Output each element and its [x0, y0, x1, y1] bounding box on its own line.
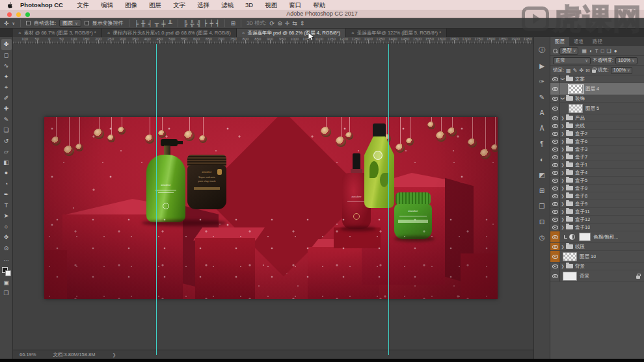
- visibility-cell[interactable]: [550, 161, 560, 168]
- path-select-tool[interactable]: ➤: [1, 211, 12, 222]
- layer-row[interactable]: ❯文案: [550, 75, 644, 83]
- layer-row[interactable]: ❯盒子5: [550, 177, 644, 185]
- healing-brush-tool[interactable]: ✚: [1, 103, 12, 114]
- eye-icon[interactable]: [552, 194, 558, 198]
- fill-value-dropdown[interactable]: 100%∨: [611, 67, 633, 74]
- eye-icon[interactable]: [552, 116, 558, 120]
- eye-icon[interactable]: [552, 187, 558, 190]
- type-tool[interactable]: T: [1, 200, 12, 211]
- layer-thumbnail[interactable]: [569, 84, 583, 94]
- 3d-rotate-icon[interactable]: ⟳: [270, 20, 275, 27]
- layer-row[interactable]: 图层 5: [550, 103, 644, 114]
- background-color-swatch[interactable]: [5, 270, 11, 276]
- expander-icon[interactable]: ❯: [560, 123, 565, 128]
- layer-row[interactable]: 图层 10: [550, 251, 644, 263]
- layer-row[interactable]: ❯盒子3: [550, 146, 644, 153]
- layer-row[interactable]: ❯盒子2: [550, 130, 644, 138]
- eye-icon[interactable]: [552, 202, 558, 206]
- visibility-cell[interactable]: [550, 231, 560, 242]
- panel-tab-1[interactable]: 图层: [550, 37, 569, 46]
- expander-icon[interactable]: ❯: [560, 209, 565, 214]
- expander-icon[interactable]: ❯: [560, 170, 565, 175]
- color-swatches[interactable]: [2, 267, 11, 276]
- lock-pixels-icon[interactable]: ✎: [573, 68, 578, 73]
- distribute-bottom-icon[interactable]: ╣: [197, 20, 201, 27]
- layer-row[interactable]: 图层 4: [550, 83, 644, 95]
- info-panel-icon[interactable]: ⓘ: [535, 42, 548, 58]
- expander-icon[interactable]: ❯: [560, 264, 565, 268]
- eye-icon[interactable]: [552, 124, 558, 128]
- brush-settings-panel-icon[interactable]: ✎: [535, 89, 548, 105]
- 3d-slide-icon[interactable]: ⇆: [292, 20, 297, 27]
- visibility-cell[interactable]: [550, 243, 560, 250]
- layer-row[interactable]: ❯盒子10: [550, 224, 644, 231]
- expander-icon[interactable]: ❯: [560, 131, 565, 136]
- eye-icon[interactable]: [552, 235, 558, 239]
- document-canvas[interactable]: innisfree innisfree Super volcanic pore …: [44, 117, 498, 299]
- eye-icon[interactable]: [552, 265, 558, 268]
- vertical-guide-2[interactable]: [388, 44, 389, 355]
- visibility-cell[interactable]: [550, 224, 560, 231]
- lock-transparent-icon[interactable]: ▦: [566, 68, 571, 73]
- visibility-cell[interactable]: [550, 103, 560, 114]
- menu-item-3[interactable]: 图像: [119, 0, 143, 10]
- move-tool[interactable]: ✜: [1, 39, 12, 50]
- lock-all-icon[interactable]: [592, 70, 596, 73]
- expander-icon[interactable]: ❯: [560, 155, 565, 159]
- blur-tool[interactable]: ●: [1, 168, 12, 179]
- expander-icon[interactable]: ❯: [561, 96, 565, 101]
- hand-tool[interactable]: ✥: [1, 232, 12, 243]
- expander-icon[interactable]: ❯: [560, 186, 565, 190]
- visibility-cell[interactable]: [550, 130, 560, 137]
- status-chevron-icon[interactable]: ❯: [112, 352, 116, 357]
- eye-icon[interactable]: [552, 163, 558, 167]
- zoom-tool[interactable]: ⊙: [1, 243, 12, 254]
- align-bottom-edges-icon[interactable]: ╨: [168, 20, 172, 27]
- visibility-cell[interactable]: [550, 95, 560, 102]
- panel-tab-2[interactable]: 通道: [569, 37, 588, 46]
- glyphs-panel-icon[interactable]: Ā: [535, 120, 548, 136]
- align-left-edges-icon[interactable]: ╞: [135, 20, 139, 27]
- brush-tool[interactable]: ✎: [1, 114, 12, 125]
- 3d-scale-icon[interactable]: ⇕: [300, 20, 305, 27]
- expander-icon[interactable]: ❯: [560, 147, 565, 151]
- adjustments-panel-icon[interactable]: ◐: [535, 151, 548, 167]
- brushes-panel-icon[interactable]: ✑: [535, 73, 548, 89]
- layer-row[interactable]: 色相/饱和...: [550, 231, 644, 243]
- eye-icon[interactable]: [552, 255, 558, 259]
- document-tab-2[interactable]: ×课程内容片头&片尾v1.0.psd @ 68.8% (图层 4, RGB/8): [102, 29, 237, 37]
- expander-icon[interactable]: ❯: [561, 77, 565, 82]
- eye-icon[interactable]: [552, 87, 558, 91]
- layer-row[interactable]: ❯盒子12: [550, 216, 644, 224]
- layer-row[interactable]: ❯光线: [550, 122, 644, 130]
- close-tab-icon[interactable]: ×: [18, 30, 21, 36]
- show-transform-checkbox[interactable]: [85, 21, 89, 25]
- pixel-filter-icon[interactable]: ▦: [582, 48, 587, 54]
- eye-icon[interactable]: [552, 226, 558, 229]
- layer-row[interactable]: 背景: [550, 270, 644, 282]
- apple-logo-icon[interactable]: [5, 1, 14, 8]
- distribute-spacing-icon[interactable]: ⊞: [230, 20, 235, 27]
- lock-artboard-icon[interactable]: ⊡: [585, 68, 590, 73]
- lasso-tool[interactable]: ∿: [1, 60, 12, 71]
- expander-icon[interactable]: ❯: [560, 116, 565, 120]
- menu-item-7[interactable]: 滤镜: [215, 0, 239, 10]
- layer-thumbnail[interactable]: [563, 252, 577, 261]
- distribute-top-icon[interactable]: ╠: [183, 20, 187, 27]
- align-top-edges-icon[interactable]: ╥: [155, 20, 159, 27]
- layer-mask-thumbnail[interactable]: [579, 233, 591, 241]
- dodge-tool[interactable]: ◔: [1, 179, 12, 190]
- visibility-cell[interactable]: [550, 200, 560, 207]
- visibility-cell[interactable]: [550, 192, 560, 200]
- layer-row[interactable]: ❯线段: [550, 243, 644, 251]
- expander-icon[interactable]: ❯: [560, 178, 565, 183]
- quick-mask-icon[interactable]: ▣: [1, 278, 12, 289]
- menu-item-4[interactable]: 图层: [143, 0, 167, 10]
- marquee-tool[interactable]: ◻: [1, 50, 12, 61]
- layer-row[interactable]: ❯装饰: [550, 95, 644, 103]
- clone-source-panel-icon[interactable]: ⊡: [535, 214, 548, 229]
- eraser-tool[interactable]: ▱: [1, 146, 12, 157]
- visibility-cell[interactable]: [550, 251, 560, 262]
- eyedropper-tool[interactable]: ✐: [1, 93, 12, 104]
- visibility-cell[interactable]: [550, 75, 560, 83]
